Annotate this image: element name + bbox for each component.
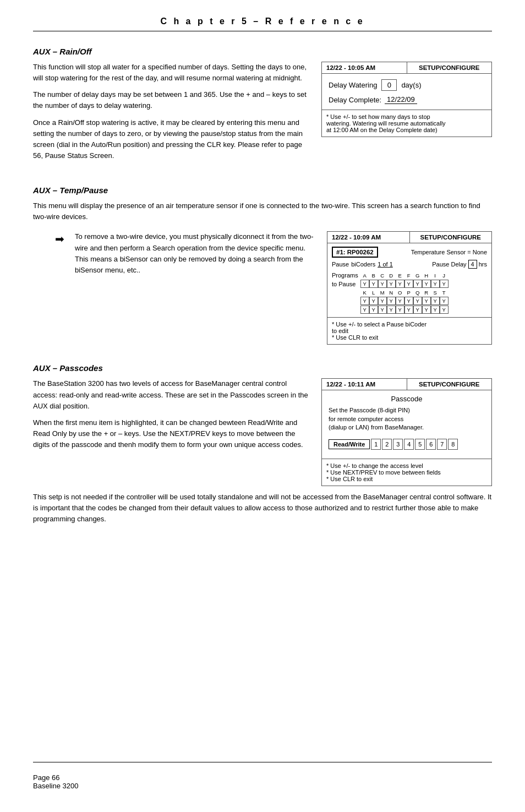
passcodes-header-label: SETUP/CONFIGURE [407,379,492,390]
passcode-desc-1: Set the Passcode (8-digit PIN) [329,406,485,415]
y-h1: Y [422,280,431,288]
y-k2: Y [360,306,369,314]
letter-i: I [431,271,440,279]
y-row-2: Y Y Y Y Y Y Y Y Y Y [360,297,449,305]
digit-3: 3 [393,439,403,450]
rain-off-footer-line-3: at 12:00 AM on the Delay Complete date) [326,127,487,133]
y-l1: Y [369,297,378,305]
footer-product-label: Baseline 3200 [33,782,78,790]
delay-watering-row: Delay Watering 0 day(s) [329,79,485,91]
passcode-desc-3: (dialup or LAN) from BaseManager. [329,423,485,432]
digit-8: 8 [448,439,458,450]
passcode-desc-2: for remote computer access [329,415,485,423]
temp-footer-line-1: * Use +/- to select a Pause biCoder [332,321,487,328]
y-m1: Y [378,297,387,305]
of-label: 1 of 1 [378,261,393,268]
section-aux-passcodes: AUX – Passcodes The BaseStation 3200 has… [33,363,492,530]
y-q2: Y [413,306,422,314]
section-title-temp-pause: AUX – Temp/Pause [33,186,492,195]
digit-6: 6 [426,439,436,450]
page-footer: Page 66 Baseline 3200 [33,762,492,790]
letter-f: F [404,271,413,279]
passcodes-para-1: The BaseStation 3200 has two levels of a… [33,378,310,411]
y-row-1: Y Y Y Y Y Y Y Y Y Y [360,280,449,288]
programs-section: Programs to Pause A B C D E [332,271,487,314]
y-a1: Y [360,280,369,288]
temp-pause-header-label: SETUP/CONFIGURE [410,232,492,243]
letter-o: O [396,288,404,296]
letter-j: J [440,271,449,279]
chapter-header: C h a p t e r 5 – R e f e r e n c e [33,17,492,31]
arrow-icon: ➡ [55,232,66,345]
passcode-title: Passcode [329,395,485,403]
temp-pause-intro: This menu will display the presence of a… [33,200,492,222]
temp-pause-callout-text: To remove a two-wire device, you must ph… [75,231,318,345]
letter-row-1: A B C D E F G H I J [360,271,449,279]
delay-complete-value: 12/22/09 [385,95,417,104]
y-q1: Y [413,297,422,305]
y-c1: Y [378,280,387,288]
y-row-3: Y Y Y Y Y Y Y Y Y Y [360,306,449,314]
bicoders-label: biCoders [351,261,375,268]
passcode-desc: Set the Passcode (8-digit PIN) for remot… [329,406,485,432]
temp-sensor-label: Sensor [446,249,466,255]
y-m2: Y [378,306,387,314]
letter-q: Q [413,288,422,296]
y-t1: Y [440,297,449,305]
letter-d: D [387,271,396,279]
delay-watering-value: 0 [381,79,397,91]
y-n1: Y [387,297,396,305]
temp-footer-line-2: to edit [332,328,487,334]
delay-watering-unit: day(s) [401,81,421,89]
y-o1: Y [396,297,404,305]
y-o2: Y [396,306,404,314]
letter-k: K [360,288,369,296]
y-e1: Y [396,280,404,288]
section-aux-rain-off: AUX – Rain/Off This function will stop a… [33,47,492,172]
y-l2: Y [369,306,378,314]
letter-b: B [369,271,378,279]
temp-label: Temperature [411,249,445,255]
passcodes-screen-footer: * Use +/- to change the access level * U… [322,459,491,486]
section-title-passcodes: AUX – Passcodes [33,363,492,373]
rain-off-header-label: SETUP/CONFIGURE [407,62,492,73]
letter-t: T [440,288,449,296]
letter-p: P [404,288,413,296]
letter-h: H [422,271,431,279]
y-d1: Y [387,280,396,288]
temp-pause-screen-header: 12/22 - 10:09 AM SETUP/CONFIGURE [327,232,491,243]
pause-delay-value: 4 [468,260,477,269]
digit-4: 4 [404,439,414,450]
temp-pause-screen-body: #1: RP00262 Temperature Sensor = None [327,243,491,317]
letter-n: N [387,288,396,296]
temp-pause-widget: 12/22 - 10:09 AM SETUP/CONFIGURE #1: RP0… [327,231,492,345]
passcodes-footer-line-2: * Use NEXT/PREV to move between fields [326,469,487,476]
pause-label: Pause [332,261,349,268]
device-box: #1: RP00262 [332,247,378,258]
passcodes-para-2: When the first menu item is highlighted,… [33,417,310,450]
rain-off-footer-line-1: * Use +/- to set how many days to stop [326,113,487,120]
section-aux-temp-pause: AUX – Temp/Pause This menu will display … [33,186,492,353]
letter-e: E [396,271,404,279]
letter-s: S [431,288,440,296]
y-g1: Y [413,280,422,288]
letter-row-2: K L M N O P Q R S T [360,288,449,296]
y-i1: Y [431,280,440,288]
temp-footer-line-3: * Use CLR to exit [332,334,487,341]
letter-g: G [413,271,422,279]
letter-c: C [378,271,387,279]
y-n2: Y [387,306,396,314]
y-r1: Y [422,297,431,305]
temp-pause-screen-footer: * Use +/- to select a Pause biCoder to e… [327,317,491,344]
letter-a: A [360,271,369,279]
passcodes-screen-header: 12/22 - 10:11 AM SETUP/CONFIGURE [322,379,491,390]
letter-l: L [369,288,378,296]
letter-r: R [422,288,431,296]
delay-complete-label: Delay Complete: [329,96,381,104]
y-s1: Y [431,297,440,305]
readwrite-button[interactable]: Read/Write [329,439,370,449]
rain-off-screen-body: Delay Watering 0 day(s) Delay Complete: … [322,74,491,110]
section-title-rain-off: AUX – Rain/Off [33,47,492,56]
rain-off-para-2: The number of delay days may be set betw… [33,89,310,111]
passcodes-footer-line-1: * Use +/- to change the access level [326,462,487,469]
